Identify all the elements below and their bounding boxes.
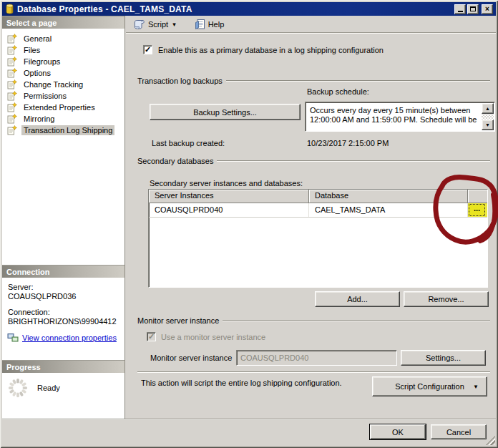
check-icon: ✓ bbox=[145, 46, 151, 54]
connection-label: Connection: bbox=[8, 308, 125, 316]
database-icon bbox=[5, 4, 14, 14]
connection-header: Connection bbox=[2, 265, 125, 278]
sidebar-item-filegroups[interactable]: Filegroups bbox=[2, 56, 125, 67]
backups-group-header: Transaction log backups bbox=[137, 77, 490, 85]
titlebar: Database Properties - CAEL_TAMS_DATA × bbox=[2, 2, 496, 16]
page-icon bbox=[7, 91, 17, 101]
server-value: COAUSQLPRD036 bbox=[8, 292, 125, 301]
script-dropdown-arrow-icon[interactable]: ▾ bbox=[171, 21, 176, 28]
minimize-icon bbox=[458, 11, 463, 12]
page-icon bbox=[7, 102, 17, 112]
sidebar-item-files[interactable]: Files bbox=[2, 44, 125, 56]
cell-action: ... bbox=[468, 203, 487, 217]
backup-schedule-text: Occurs every day every 15 minute(s) betw… bbox=[307, 104, 481, 130]
scroll-up-button[interactable]: ▲ bbox=[482, 103, 494, 114]
connection-panel: Server: COAUSQLPRD036 Connection: BRIGHT… bbox=[2, 278, 125, 360]
script-section-divider bbox=[137, 371, 490, 373]
table-row[interactable]: COAUSQLPRD040 CAEL_TAMS_DATA ... bbox=[149, 203, 487, 218]
database-properties-window: Database Properties - CAEL_TAMS_DATA × S… bbox=[0, 0, 498, 448]
sidebar-item-transaction-log-shipping[interactable]: Transaction Log Shipping bbox=[2, 125, 125, 136]
ok-button[interactable]: OK bbox=[370, 424, 426, 439]
page-icon bbox=[7, 57, 17, 67]
use-monitor-checkbox: ✓ bbox=[147, 332, 156, 341]
page-icon bbox=[7, 34, 17, 44]
toolbar-separator bbox=[126, 32, 496, 34]
script-icon bbox=[134, 19, 145, 30]
page-icon bbox=[7, 79, 17, 89]
enable-log-shipping-label: Enable this as a primary database in a l… bbox=[158, 46, 384, 54]
remove-button[interactable]: Remove... bbox=[404, 291, 489, 307]
connection-value: BRIGHTHORIZONS\99904412 bbox=[8, 317, 125, 326]
maximize-icon bbox=[470, 6, 476, 11]
scroll-down-icon: ▼ bbox=[485, 122, 490, 127]
help-icon bbox=[195, 19, 205, 30]
use-monitor-label: Use a monitor server instance bbox=[161, 333, 265, 341]
close-button[interactable]: × bbox=[482, 4, 493, 14]
sidebar-item-extended-properties[interactable]: Extended Properties bbox=[2, 102, 125, 113]
backup-schedule-label: Backup schedule: bbox=[307, 87, 369, 96]
page-list: General Files Filegroups Options Change … bbox=[2, 29, 125, 265]
table-header-row: Server Instances Database bbox=[149, 190, 487, 203]
page-icon bbox=[7, 125, 17, 135]
secondary-databases-table: Server Instances Database COAUSQLPRD040 … bbox=[148, 189, 488, 288]
view-connection-properties-link[interactable]: View connection properties bbox=[22, 333, 117, 342]
server-label: Server: bbox=[8, 283, 125, 291]
script-configuration-button[interactable]: Script Configuration ▼ bbox=[372, 376, 487, 396]
footer-divider bbox=[2, 419, 496, 420]
progress-header: Progress bbox=[2, 360, 125, 373]
window-title: Database Properties - CAEL_TAMS_DATA bbox=[17, 4, 192, 14]
resize-grip[interactable] bbox=[486, 436, 495, 445]
column-header-action bbox=[468, 190, 487, 203]
column-header-database[interactable]: Database bbox=[309, 190, 468, 203]
sidebar-item-options[interactable]: Options bbox=[2, 67, 125, 79]
script-note: This action will script the entire log s… bbox=[141, 379, 342, 387]
last-backup-value: 10/23/2017 2:15:00 PM bbox=[307, 139, 389, 147]
backup-settings-button[interactable]: Backup Settings... bbox=[150, 104, 301, 120]
main-panel: Script ▾ Help ✓ Enable this as a primary… bbox=[126, 16, 496, 419]
scroll-down-button[interactable]: ▼ bbox=[482, 120, 494, 130]
column-header-server-instances[interactable]: Server Instances bbox=[149, 190, 309, 203]
cell-server-instance[interactable]: COAUSQLPRD040 bbox=[149, 203, 309, 217]
schedule-scrollbar[interactable]: ▲ ▼ bbox=[482, 103, 494, 130]
enable-log-shipping-checkbox[interactable]: ✓ bbox=[143, 45, 152, 54]
secondary-group-header: Secondary databases bbox=[137, 157, 490, 165]
progress-spinner-icon bbox=[7, 377, 29, 399]
monitor-instance-field: COAUSQLPRD040 bbox=[236, 350, 397, 366]
settings-button[interactable]: Settings... bbox=[401, 350, 486, 366]
sidebar-item-mirroring[interactable]: Mirroring bbox=[2, 113, 125, 125]
last-backup-label: Last backup created: bbox=[152, 139, 225, 147]
ellipsis-button[interactable]: ... bbox=[469, 204, 485, 216]
page-icon bbox=[7, 45, 17, 55]
cell-database[interactable]: CAEL_TAMS_DATA bbox=[309, 203, 468, 217]
page-icon bbox=[7, 114, 17, 124]
script-button[interactable]: Script ▾ bbox=[131, 17, 179, 31]
scroll-up-icon: ▲ bbox=[485, 106, 490, 111]
check-icon: ✓ bbox=[148, 333, 155, 341]
close-icon: × bbox=[485, 6, 489, 13]
toolbar: Script ▾ Help bbox=[126, 16, 496, 32]
maximize-button[interactable] bbox=[467, 4, 479, 14]
sidebar-item-change-tracking[interactable]: Change Tracking bbox=[2, 79, 125, 90]
progress-status: Ready bbox=[37, 384, 60, 392]
combo-arrow-icon: ▼ bbox=[473, 384, 479, 390]
select-page-header: Select a page bbox=[2, 16, 125, 29]
connection-properties-icon bbox=[7, 333, 19, 343]
sidebar-item-permissions[interactable]: Permissions bbox=[2, 90, 125, 102]
sidebar-item-general[interactable]: General bbox=[2, 33, 125, 44]
secondary-table-label: Secondary server instances and databases… bbox=[150, 179, 303, 188]
add-button[interactable]: Add... bbox=[315, 291, 400, 307]
monitor-instance-label: Monitor server instance bbox=[150, 354, 232, 362]
minimize-button[interactable] bbox=[454, 4, 466, 14]
progress-panel: Ready bbox=[2, 373, 125, 419]
cancel-button[interactable]: Cancel bbox=[431, 424, 487, 439]
page-icon bbox=[7, 68, 17, 78]
backup-schedule-box: Occurs every day every 15 minute(s) betw… bbox=[305, 102, 495, 132]
sidebar: Select a page General Files Filegroups O… bbox=[2, 16, 125, 419]
help-button[interactable]: Help bbox=[192, 17, 228, 31]
monitor-group-header: Monitor server instance bbox=[137, 316, 490, 325]
